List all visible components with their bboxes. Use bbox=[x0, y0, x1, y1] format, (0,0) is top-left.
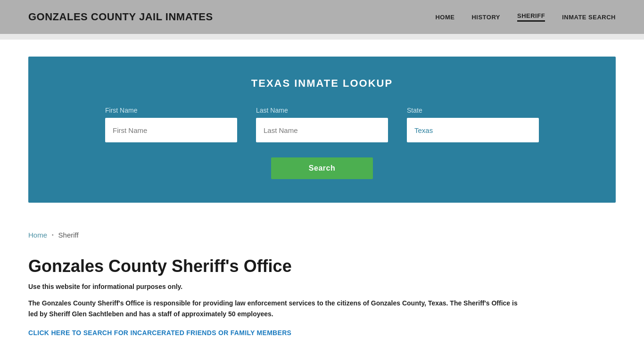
cta-search-link[interactable]: CLICK HERE to Search for Incarcerated Fr… bbox=[28, 329, 291, 337]
search-button-row: Search bbox=[57, 157, 587, 179]
info-line-1: Use this website for informational purpo… bbox=[28, 283, 616, 290]
search-section-title: TEXAS INMATE LOOKUP bbox=[57, 77, 587, 90]
page-title: Gonzales County Sheriff's Office bbox=[28, 256, 616, 276]
search-button[interactable]: Search bbox=[271, 157, 373, 179]
first-name-label: First Name bbox=[105, 107, 237, 114]
breadcrumb-current: Sheriff bbox=[58, 231, 79, 239]
nav-history[interactable]: HISTORY bbox=[471, 14, 500, 21]
nav-home[interactable]: HOME bbox=[435, 14, 454, 21]
state-label: State bbox=[407, 107, 539, 114]
last-name-group: Last Name bbox=[256, 107, 388, 142]
search-fields-row: First Name Last Name State bbox=[57, 107, 587, 142]
nav-sheriff[interactable]: SHERIFF bbox=[517, 12, 545, 22]
main-content: Gonzales County Sheriff's Office Use thi… bbox=[0, 247, 644, 356]
nav-inmate-search[interactable]: INMATE SEARCH bbox=[562, 14, 616, 21]
last-name-input[interactable] bbox=[256, 118, 388, 142]
main-nav: HOME HISTORY SHERIFF INMATE SEARCH bbox=[435, 12, 616, 22]
breadcrumb-home-link[interactable]: Home bbox=[28, 231, 47, 239]
info-paragraph: The Gonzales County Sheriff's Office is … bbox=[28, 298, 523, 319]
site-title: GONZALES COUNTY JAIL INMATES bbox=[28, 11, 213, 23]
breadcrumb: Home • Sheriff bbox=[0, 220, 644, 247]
site-header: GONZALES COUNTY JAIL INMATES HOME HISTOR… bbox=[0, 0, 644, 34]
state-group: State bbox=[407, 107, 539, 142]
inmate-search-section: TEXAS INMATE LOOKUP First Name Last Name… bbox=[28, 57, 616, 203]
breadcrumb-separator: • bbox=[52, 232, 54, 238]
state-input[interactable] bbox=[407, 118, 539, 142]
last-name-label: Last Name bbox=[256, 107, 388, 114]
header-separator bbox=[0, 34, 644, 40]
first-name-input[interactable] bbox=[105, 118, 237, 142]
first-name-group: First Name bbox=[105, 107, 237, 142]
